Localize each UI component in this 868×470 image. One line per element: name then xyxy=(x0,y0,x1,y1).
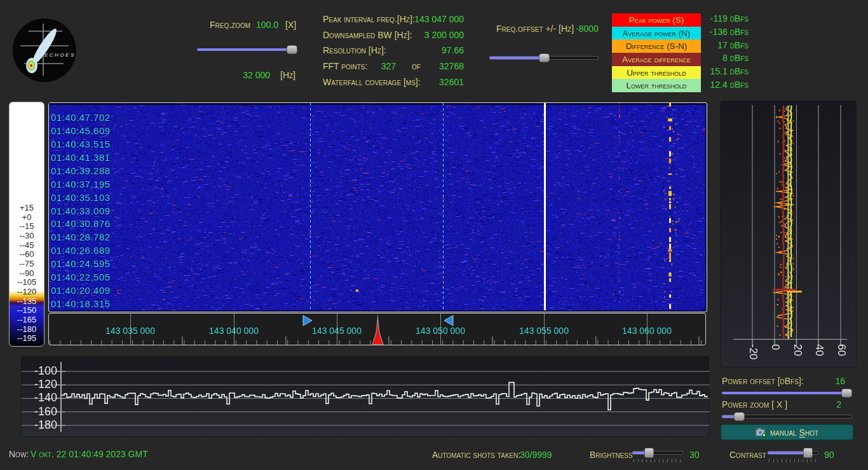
waterfall-timestamp-8: 01:40:30.876 xyxy=(51,218,111,229)
fft-points-of: of xyxy=(412,61,421,71)
waterfall-timestamp-7: 01:40:33.009 xyxy=(51,205,111,216)
colorbar-label-12: --165 xyxy=(10,315,44,324)
shots-taken-label: Automatic shots taken: xyxy=(432,450,520,460)
spectrum-canvas xyxy=(22,357,710,436)
power-offset-slider[interactable] xyxy=(722,389,852,397)
colorbar-label-13: --180 xyxy=(10,324,44,334)
power-zoom-value: 2 xyxy=(813,399,841,410)
freq-tick-label-0: 143 035 000 xyxy=(92,326,168,336)
contrast-slider-handle[interactable] xyxy=(803,448,813,458)
waterfall-timestamp-11: 01:40:24.595 xyxy=(51,258,111,269)
freq-tick-label-1: 143 040 000 xyxy=(196,326,272,336)
freq-zoom-value: 100.0 xyxy=(256,20,278,30)
waterfall-timestamp-9: 01:40:28.782 xyxy=(51,232,111,242)
waterfall-timestamp-0: 01:40:47.702 xyxy=(51,112,111,123)
spectrum-panel: -100-120-140-160-180 xyxy=(21,356,709,437)
fft-points-label: FFT points: xyxy=(323,61,367,71)
power-histogram-panel: -200204060 xyxy=(720,100,857,368)
waterfall-timestamp-1: 01:40:45.609 xyxy=(51,125,111,136)
power-zoom-label: Power zoom [ X ] xyxy=(722,399,787,410)
shots-taken-value: 30/9999 xyxy=(520,450,552,460)
spectrum-y-label-4: -180 xyxy=(24,418,57,432)
legend-panel: Peak power (S)Average power (N)Differenc… xyxy=(612,13,701,92)
histogram-x-label-2: 20 xyxy=(791,344,804,356)
waterfall-timestamp-4: 01:40:39.288 xyxy=(51,165,111,176)
colorbar-label-4: --45 xyxy=(10,240,44,250)
dbfs-value-4: 15.1 dBfs xyxy=(703,65,749,78)
legend-item-5: Lower threshold xyxy=(612,79,701,92)
waterfall-timestamp-14: 01:40:18.315 xyxy=(51,298,111,309)
legend-item-4: Upper threshold xyxy=(612,66,701,79)
resolution-label: Resolution [Hz]: xyxy=(323,45,386,55)
colorbar-label-9: --120 xyxy=(10,287,44,296)
resolution-value: 97.66 xyxy=(442,45,464,55)
colorbar-label-7: --90 xyxy=(10,268,44,278)
spectrum-y-label-2: -140 xyxy=(24,391,57,404)
dbfs-value-3: 8 dBfs xyxy=(703,52,749,65)
brightness-value: 30 xyxy=(689,450,700,460)
spectrum-y-label-3: -160 xyxy=(24,405,57,418)
freq-tick-label-4: 143 055 000 xyxy=(506,326,582,336)
manual-shot-label: manual Shot xyxy=(770,427,818,438)
waterfall-timestamp-3: 01:40:41.381 xyxy=(51,152,111,163)
freq-zoom-slider[interactable] xyxy=(197,45,297,54)
power-zoom-slider-handle[interactable] xyxy=(734,412,745,421)
freq-offset-slider[interactable] xyxy=(489,53,599,62)
colorbar-label-10: --135 xyxy=(10,296,44,306)
power-offset-label: Power offset [dBfs]: xyxy=(722,376,804,386)
colorbar-label-3: --30 xyxy=(10,231,44,240)
waterfall-timestamp-13: 01:40:20.409 xyxy=(51,285,111,296)
power-offset-value: 16 xyxy=(813,376,845,386)
legend-item-3: Average difference xyxy=(612,53,701,66)
power-colorbar: +15+0--15--30--45--60--75--90--105--120-… xyxy=(9,102,44,347)
power-zoom-slider[interactable] xyxy=(722,412,852,421)
frequency-scale[interactable]: 143 035 000143 040 000143 045 000143 050… xyxy=(48,313,706,345)
brightness-slider[interactable] xyxy=(632,447,683,461)
freq-zoom-label: Freq.zoom xyxy=(210,20,250,30)
power-offset-slider-handle[interactable] xyxy=(841,389,852,397)
downsampled-bw-label: Downsampled BW [Hz]: xyxy=(323,30,412,40)
waterfall-frame: 01:40:47.70201:40:45.60901:40:43.51501:4… xyxy=(48,102,707,312)
freq-offset-slider-handle[interactable] xyxy=(539,53,550,62)
contrast-slider[interactable] xyxy=(768,447,818,461)
colorbar-label-8: --105 xyxy=(10,277,44,287)
echoes-logo: ECHOES xyxy=(13,18,76,82)
freq-span-value: 32 000 xyxy=(210,70,270,80)
freq-zoom-unit: [X] xyxy=(285,20,296,30)
peak-interval-freq-label: Peak interval freq.[Hz]: xyxy=(323,14,415,24)
contrast-slider-ticks xyxy=(769,459,816,462)
histogram-x-label-3: 40 xyxy=(813,344,825,356)
freq-tick-label-5: 143 060 000 xyxy=(609,326,685,336)
waterfall-timestamps: 01:40:47.70201:40:45.60901:40:43.51501:4… xyxy=(49,103,176,312)
dbfs-value-1: -136 dBfs xyxy=(703,25,749,39)
waterfall-coverage-value: 32601 xyxy=(439,77,464,87)
colorbar-label-11: --150 xyxy=(10,305,44,315)
colorbar-label-6: --75 xyxy=(10,259,44,268)
freq-zoom-slider-handle[interactable] xyxy=(287,45,297,54)
waterfall-timestamp-6: 01:40:35.103 xyxy=(51,192,111,203)
now-value: V окт. 22 01:40:49 2023 GMT xyxy=(31,449,148,459)
manual-shot-button[interactable]: manual Shot xyxy=(721,424,853,440)
waterfall-timestamp-10: 01:40:26.689 xyxy=(51,245,111,256)
waterfall-timestamp-5: 01:40:37.195 xyxy=(51,179,111,190)
histogram-x-label-0: -20 xyxy=(747,344,759,360)
legend-item-2: Difference (S-N) xyxy=(612,39,701,53)
histogram-x-label-1: 0 xyxy=(769,344,782,350)
colorbar-label-0: +15 xyxy=(10,203,44,212)
spectrum-y-label-0: -100 xyxy=(24,364,57,378)
legend-item-1: Average power (N) xyxy=(612,27,701,40)
brightness-slider-ticks xyxy=(634,459,681,462)
freq-tick-label-2: 143 045 000 xyxy=(299,326,375,336)
histogram-x-label-4: 60 xyxy=(835,344,848,356)
spectrum-y-label-1: -120 xyxy=(24,378,57,391)
freq-offset-label: Freq.offset +/- [Hz] xyxy=(496,24,574,34)
peak-interval-freq-value: 143 047 000 xyxy=(414,14,464,24)
brightness-label: Brightness xyxy=(590,450,633,460)
contrast-value: 90 xyxy=(824,450,834,460)
waterfall-timestamp-12: 01:40:22.505 xyxy=(51,272,111,282)
downsampled-bw-value: 3 200 000 xyxy=(424,30,464,40)
freq-offset-value: -8000 xyxy=(576,24,599,34)
dbfs-value-0: -119 dBfs xyxy=(703,12,749,25)
brightness-slider-handle[interactable] xyxy=(644,448,654,458)
dbfs-readouts: -119 dBfs-136 dBfs17 dBfs8 dBfs15.1 dBfs… xyxy=(703,12,749,91)
